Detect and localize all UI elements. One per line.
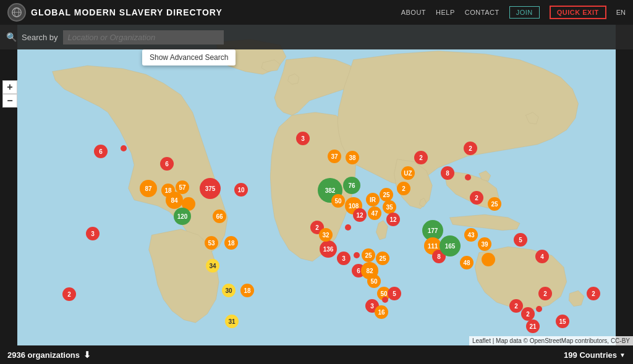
logo-icon [7,3,26,22]
org-count-text: 2936 organizations [7,350,80,360]
help-link[interactable]: HELP [436,9,455,16]
cluster-marker[interactable]: 12 [353,208,367,222]
cluster-marker[interactable]: 48 [460,256,474,269]
cluster-marker[interactable]: 12 [386,213,400,226]
cluster-marker[interactable]: 10 [234,183,248,197]
cluster-marker[interactable]: 31 [225,315,239,328]
map-container[interactable]: 6687185737584120661035318343018312337383… [0,25,633,345]
cluster-marker[interactable]: 15 [556,315,569,328]
cluster-marker[interactable]: 2 [509,299,523,313]
cluster-marker[interactable]: 2 [397,182,410,195]
cluster-marker[interactable]: 8 [441,166,454,180]
contact-link[interactable]: CONTACT [465,9,499,16]
cluster-marker[interactable]: 2 [521,307,535,321]
org-count: 2936 organizations ⬇ [7,350,91,360]
join-button[interactable]: JOIN [509,6,540,19]
search-label: Search by [22,33,58,42]
cluster-marker[interactable]: 76 [343,177,360,194]
cluster-marker[interactable]: 25 [376,252,389,265]
cluster-marker[interactable]: 6 [160,157,174,171]
cluster-marker[interactable]: 3 [86,227,100,240]
cluster-marker[interactable] [465,174,471,180]
cluster-marker[interactable]: 375 [200,178,221,199]
language-selector[interactable]: EN [616,9,626,16]
cluster-marker[interactable]: 35 [383,200,396,214]
country-count[interactable]: 199 Countries ▼ [564,350,626,360]
cluster-marker[interactable]: 30 [222,284,236,297]
cluster-marker[interactable]: 37 [328,150,341,163]
cluster-marker[interactable]: 25 [362,248,375,262]
cluster-marker[interactable] [345,224,351,231]
header-nav: ABOUT HELP CONTACT JOIN QUICK EXIT EN [401,6,626,19]
zoom-controls: + − [2,80,17,108]
cluster-marker[interactable]: 120 [174,208,191,225]
cluster-marker[interactable]: 38 [346,151,359,164]
cluster-marker[interactable]: 2 [464,142,477,155]
cluster-marker[interactable]: 2 [62,287,76,301]
cluster-marker[interactable]: 66 [213,210,226,223]
cluster-marker[interactable]: 3 [337,252,350,265]
cluster-marker[interactable] [536,306,542,312]
cluster-marker[interactable]: 50 [367,274,381,288]
cluster-marker[interactable]: 5 [388,287,401,300]
about-link[interactable]: ABOUT [401,9,426,16]
search-bar: 🔍 Search by [0,25,633,49]
cluster-marker[interactable]: 43 [464,228,478,242]
chevron-down-icon: ▼ [619,352,626,358]
cluster-marker[interactable]: 34 [206,259,219,273]
zoom-in-button[interactable]: + [2,80,17,94]
search-icon: 🔍 [6,32,17,42]
cluster-marker[interactable]: 5 [514,233,527,247]
cluster-marker[interactable]: 2 [414,151,428,164]
cluster-marker[interactable]: 4 [535,250,549,263]
cluster-marker[interactable]: 165 [440,235,461,256]
country-count-text: 199 Countries [564,350,617,360]
cluster-marker[interactable]: 6 [94,145,108,158]
cluster-marker[interactable]: 25 [488,197,501,211]
download-icon[interactable]: ⬇ [83,350,91,360]
cluster-marker[interactable]: 21 [526,320,540,333]
cluster-marker[interactable]: 47 [368,206,381,220]
quick-exit-button[interactable]: QUICK EXIT [550,6,606,19]
cluster-marker[interactable]: 18 [240,284,254,297]
cluster-marker[interactable]: 2 [538,287,552,300]
cluster-marker[interactable]: IR [366,193,380,206]
cluster-marker[interactable]: 32 [319,228,333,242]
cluster-marker[interactable] [482,253,495,266]
advanced-search-tooltip[interactable]: Show Advanced Search [142,49,236,66]
cluster-marker[interactable] [121,145,127,151]
site-title: GLOBAL MODERN SLAVERY DIRECTORY [31,7,223,17]
zoom-out-button[interactable]: − [2,94,17,108]
cluster-marker[interactable] [354,252,360,258]
header: GLOBAL MODERN SLAVERY DIRECTORY ABOUT HE… [0,0,633,25]
cluster-marker[interactable]: 3 [296,132,310,145]
cluster-marker[interactable]: 84 [166,192,183,209]
footer: 2936 organizations ⬇ 199 Countries ▼ [0,345,633,364]
cluster-marker[interactable]: 16 [375,305,388,319]
cluster-marker[interactable]: 2 [470,191,483,205]
logo-area: GLOBAL MODERN SLAVERY DIRECTORY [7,3,223,22]
world-map [0,25,633,345]
cluster-marker[interactable]: UZ [401,166,415,180]
cluster-marker[interactable]: 25 [380,188,393,201]
map-attribution: Leaflet | Map data © OpenStreetMap contr… [469,336,633,345]
cluster-marker[interactable]: 18 [224,236,238,250]
cluster-marker[interactable]: 53 [205,236,218,250]
cluster-marker[interactable]: 136 [320,240,337,258]
cluster-marker[interactable]: 2 [587,287,600,300]
cluster-marker[interactable]: 39 [478,237,491,251]
cluster-marker[interactable] [382,297,388,303]
cluster-marker[interactable]: 50 [331,194,345,208]
search-input[interactable] [63,30,224,44]
cluster-marker[interactable]: 87 [140,180,157,197]
advanced-search-label: Show Advanced Search [150,53,228,62]
